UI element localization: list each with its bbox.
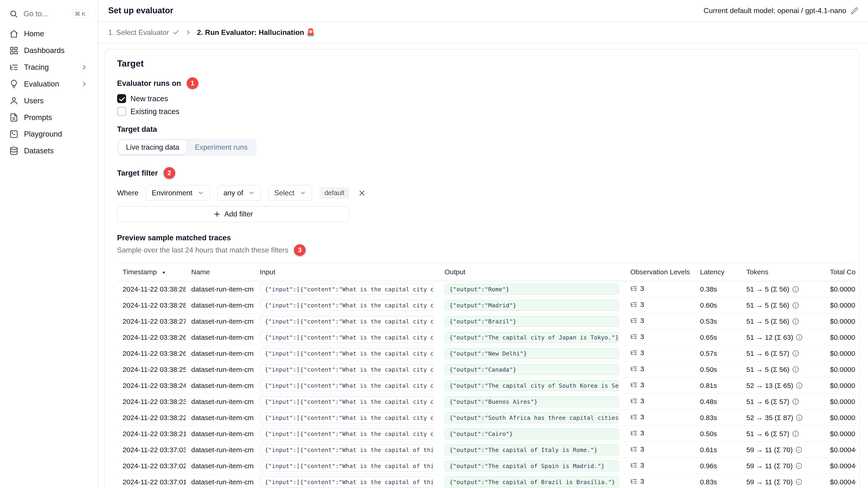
sidebar-item[interactable]: Prompts [4, 109, 93, 126]
col-tokens[interactable]: Tokens [741, 263, 825, 281]
table-row[interactable]: 2024-11-22 03:38:26 dataset-run-item-cm3… [117, 346, 856, 361]
table-row[interactable]: 2024-11-22 03:38:22 dataset-run-item-cm3… [117, 410, 856, 426]
input-json[interactable]: {"input":[{"content":"What is the capita… [260, 300, 434, 311]
output-json[interactable]: {"output":"The capital city of Japan is … [444, 332, 619, 343]
col-output[interactable]: Output [439, 263, 625, 281]
col-timestamp[interactable]: Timestamp [117, 263, 186, 281]
col-name[interactable]: Name [186, 263, 254, 281]
col-latency[interactable]: Latency [694, 263, 741, 281]
plus-icon [213, 210, 221, 218]
table-row[interactable]: 2024-11-22 03:38:25 dataset-run-item-cm3… [117, 361, 856, 378]
sidebar-item[interactable]: Tracing [4, 59, 93, 76]
levels-icon [630, 301, 638, 308]
info-icon[interactable] [796, 447, 802, 453]
tokens-cell: 51 → 6 (Σ 57) [741, 394, 825, 410]
info-icon[interactable] [796, 462, 802, 469]
edit-model-icon[interactable] [851, 7, 858, 14]
chevron-right-icon[interactable] [81, 80, 88, 88]
sidebar-item-label: Tracing [24, 63, 49, 72]
tokens-cell: 52 → 35 (Σ 87) [741, 410, 825, 426]
latency-cell: 0.48s [694, 394, 741, 410]
input-json[interactable]: {"input":[{"content":"What is the capita… [260, 460, 434, 472]
info-icon[interactable] [796, 479, 802, 485]
output-cell: {"output":"The capital of Spain is Madri… [439, 458, 625, 474]
output-cell: {"output":"The capital city of Japan is … [439, 329, 625, 346]
filter-value-select[interactable]: Select [268, 185, 312, 201]
observation-levels-cell: 3 [625, 297, 694, 313]
sidebar-item[interactable]: Datasets [4, 142, 93, 159]
input-json[interactable]: {"input":[{"content":"What is the capita… [260, 332, 434, 343]
sidebar-item[interactable]: Playground [4, 126, 93, 142]
sidebar-item[interactable]: Dashboards [4, 42, 93, 59]
annotation-badge-1: 1 [187, 77, 198, 89]
info-icon[interactable] [796, 414, 803, 421]
sidebar-item[interactable]: Users [4, 92, 93, 109]
table-row[interactable]: 2024-11-22 03:38:28 dataset-run-item-cm3… [117, 297, 856, 313]
info-icon[interactable] [792, 318, 799, 325]
table-row[interactable]: 2024-11-22 03:37:02 dataset-run-item-cm3… [117, 458, 856, 474]
sidebar-item[interactable]: Home [4, 26, 93, 42]
target-heading: Target [117, 59, 847, 69]
info-icon[interactable] [792, 430, 799, 437]
output-json[interactable]: {"output":"Canada"} [444, 364, 619, 375]
input-json[interactable]: {"input":[{"content":"What is the capita… [260, 348, 434, 359]
output-json[interactable]: {"output":"Rome"} [444, 284, 619, 295]
info-icon[interactable] [792, 286, 799, 293]
checkbox[interactable] [117, 94, 126, 103]
input-json[interactable]: {"input":[{"content":"What is the capita… [260, 284, 434, 295]
filter-operator-select[interactable]: any of [217, 185, 261, 201]
table-row[interactable]: 2024-11-22 03:38:21 dataset-run-item-cm3… [117, 426, 856, 442]
output-json[interactable]: {"output":"The capital of Italy is Rome.… [444, 445, 619, 456]
table-row[interactable]: 2024-11-22 03:38:23 dataset-run-item-cm3… [117, 394, 856, 410]
breadcrumb-step1[interactable]: 1. Select Evaluator [108, 28, 180, 37]
chevron-right-icon[interactable] [81, 63, 88, 71]
input-json[interactable]: {"input":[{"content":"What is the capita… [260, 380, 434, 391]
info-icon[interactable] [792, 366, 799, 373]
input-json[interactable]: {"input":[{"content":"What is the capita… [260, 396, 434, 408]
input-json[interactable]: {"input":[{"content":"What is the capita… [260, 476, 434, 488]
output-json[interactable]: {"output":"The capital of Spain is Madri… [444, 460, 619, 472]
goto-search[interactable]: Go to... ⌘ K [4, 5, 93, 22]
info-icon[interactable] [796, 382, 803, 389]
output-json[interactable]: {"output":"South Africa has three capita… [444, 412, 619, 423]
input-json[interactable]: {"input":[{"content":"What is the capita… [260, 316, 434, 327]
trace-option[interactable]: Existing traces [117, 107, 847, 116]
output-json[interactable]: {"output":"Cairo"} [444, 428, 619, 440]
table-row[interactable]: 2024-11-22 03:38:28 dataset-run-item-cm3… [117, 281, 856, 297]
output-json[interactable]: {"output":"The capital city of South Kor… [444, 380, 619, 391]
output-json[interactable]: {"output":"New Delhi"} [444, 348, 619, 359]
latency-cell: 0.50s [694, 426, 741, 442]
latency-cell: 0.57s [694, 346, 741, 361]
input-json[interactable]: {"input":[{"content":"What is the capita… [260, 364, 434, 375]
add-filter-button[interactable]: Add filter [117, 206, 349, 222]
input-json[interactable]: {"input":[{"content":"What is the capita… [260, 445, 434, 456]
output-json[interactable]: {"output":"Madrid"} [444, 300, 619, 311]
info-icon[interactable] [792, 398, 799, 405]
trace-option[interactable]: New traces [117, 94, 847, 103]
sidebar-item[interactable]: Evaluation [4, 75, 93, 92]
info-icon[interactable] [792, 302, 799, 309]
remove-filter-button[interactable] [357, 188, 367, 198]
info-icon[interactable] [796, 334, 803, 340]
target-data-tab[interactable]: Experiment runs [188, 140, 255, 154]
target-data-tab[interactable]: Live tracing data [119, 140, 186, 154]
info-icon[interactable] [792, 350, 799, 357]
col-observation-levels[interactable]: Observation Levels [625, 263, 694, 281]
col-total-cost[interactable]: Total Cost [825, 263, 856, 281]
table-row[interactable]: 2024-11-22 03:38:26 dataset-run-item-cm3… [117, 329, 856, 346]
output-json[interactable]: {"output":"Brazil"} [444, 316, 619, 327]
input-cell: {"input":[{"content":"What is the capita… [254, 329, 439, 346]
filter-column-select[interactable]: Environment [146, 185, 210, 201]
col-input[interactable]: Input [254, 263, 439, 281]
output-json[interactable]: {"output":"Buenos Aires"} [444, 396, 619, 408]
checkbox[interactable] [117, 107, 126, 116]
input-json[interactable]: {"input":[{"content":"What is the capita… [260, 412, 434, 423]
table-row[interactable]: 2024-11-22 03:37:03 dataset-run-item-cm3… [117, 442, 856, 458]
sidebar-nav: Home Dashboards Tracing Evalu [4, 26, 93, 159]
levels-icon [630, 317, 638, 324]
table-row[interactable]: 2024-11-22 03:38:24 dataset-run-item-cm3… [117, 378, 856, 394]
input-json[interactable]: {"input":[{"content":"What is the capita… [260, 428, 434, 440]
table-row[interactable]: 2024-11-22 03:37:01 dataset-run-item-cm3… [117, 474, 856, 488]
table-row[interactable]: 2024-11-22 03:38:27 dataset-run-item-cm3… [117, 313, 856, 329]
output-json[interactable]: {"output":"The capital of Brazil is Bras… [444, 476, 619, 488]
